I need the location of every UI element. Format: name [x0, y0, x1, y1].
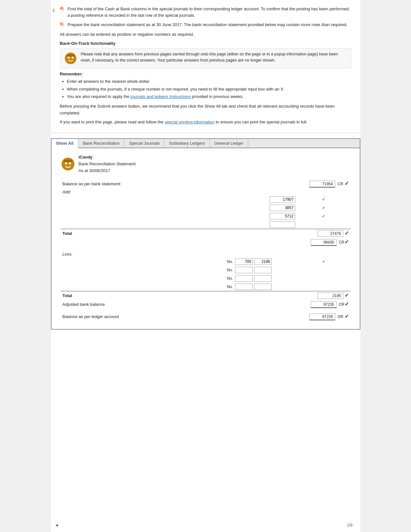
print-text: If you want to print this page, please r…	[60, 119, 351, 126]
bot-icon	[64, 51, 78, 65]
less-row-3-no-label: No.	[227, 276, 234, 281]
add-row-2: ✓	[61, 204, 351, 212]
tab-bank-reconciliation[interactable]: Bank Reconciliation	[78, 139, 124, 148]
tabs-bar: Show All Bank Reconciliation Special Jou…	[52, 139, 360, 148]
less-row-1-no-label: No.	[227, 259, 234, 264]
page-number: 2/9	[347, 523, 353, 527]
add-total-label: Total	[61, 229, 226, 238]
step4-number: 4)	[60, 6, 66, 18]
step5-number: 5)	[60, 22, 66, 28]
less-row-3-check	[297, 274, 351, 283]
add-row-2-input[interactable]	[226, 204, 297, 212]
balance-value-cell: 71954 CR ✓	[297, 179, 351, 189]
adj-balance-value: 97235	[311, 301, 337, 308]
tab-general-ledger[interactable]: General Ledger	[210, 139, 248, 148]
add-row-4-amount[interactable]	[269, 221, 295, 228]
less-total-label: Total	[61, 291, 226, 300]
add-row-3-check: ✓	[297, 212, 351, 220]
step5-text: Prepare the bank reconciliation statemen…	[68, 22, 347, 28]
add-row-4	[61, 220, 351, 229]
adj-balance-value-cell: 97235 CR✓	[297, 300, 351, 309]
svg-point-5	[65, 162, 67, 165]
remember-label: Remember:	[60, 72, 351, 76]
add-total-check: ✓	[345, 230, 349, 236]
less-total-row: Total 2195 ✓	[61, 291, 351, 300]
less-row-2-no-input[interactable]	[235, 267, 253, 273]
svg-point-2	[72, 57, 73, 59]
ledger-balance-dr: DR	[338, 314, 343, 319]
svg-point-0	[65, 53, 76, 64]
less-total-check: ✓	[345, 293, 349, 298]
less-row-1-check: ✓	[297, 257, 351, 266]
tab-special-journals[interactable]: Special Journals	[124, 139, 164, 148]
add-row-2-label	[68, 205, 126, 210]
less-row-2-check	[297, 266, 351, 274]
subtotal-value-cell: 99430 CR✓	[297, 238, 351, 247]
add-row-3-input[interactable]	[226, 212, 297, 220]
step4-text: Post the total of the Cash at Bank colum…	[68, 6, 351, 18]
bullet-item-1: Enter all answers to the nearest whole d…	[67, 78, 351, 85]
bullet-item-2: When completing the journals, if a chequ…	[67, 86, 351, 92]
bullet-item-3: You are also required to apply the journ…	[67, 93, 351, 100]
add-row-1-check: ✓	[297, 195, 351, 204]
add-total-row: Total 27476 ✓	[61, 229, 351, 238]
svg-rect-3	[67, 54, 74, 56]
less-row-2: No.	[61, 266, 351, 274]
all-answers-text: All answers can be entered as positive o…	[60, 31, 351, 38]
less-row-4-no-input[interactable]	[235, 284, 253, 290]
add-total-input	[226, 229, 297, 238]
add-row-4-input[interactable]	[226, 220, 297, 229]
subtotal-value: 99430	[311, 239, 337, 246]
ledger-balance-row: Balance as per ledger account 97235 DR ✓	[61, 312, 351, 321]
subtotal-cr: CR	[339, 240, 344, 245]
journals-link[interactable]: journals and ledgers instructions	[131, 94, 191, 99]
subtotal-check: ✓	[345, 239, 349, 245]
less-row-4-label	[68, 284, 130, 289]
statement-title: Bank Reconciliation Statement	[79, 161, 136, 168]
subtotal-input	[226, 238, 297, 247]
less-row-4: No.	[61, 283, 351, 291]
left-nav-top: £	[53, 8, 55, 13]
company-info: iCandy Bank Reconciliation Statement As …	[79, 154, 136, 174]
company-logo	[61, 157, 75, 171]
less-row-4-check	[297, 283, 351, 291]
ledger-balance-label: Balance as per ledger account	[61, 312, 226, 321]
tab-show-all[interactable]: Show All	[52, 139, 78, 148]
ledger-balance-check: ✓	[345, 314, 349, 319]
less-row-4-amount[interactable]	[254, 284, 272, 290]
less-total-value-cell: 2195 ✓	[297, 291, 351, 300]
print-link[interactable]: special printing information	[165, 120, 215, 124]
add-row-1-amount[interactable]	[269, 196, 295, 203]
svg-point-1	[68, 57, 70, 59]
add-row-1-label	[68, 197, 133, 202]
balance-input-cell	[226, 179, 297, 189]
balance-check: ✓	[345, 181, 349, 186]
as-at: As at 30/06/2017	[79, 168, 136, 174]
add-row-4-label	[68, 222, 133, 227]
add-total-value: 27476	[318, 230, 343, 237]
less-row-3-label	[68, 276, 130, 281]
add-total-value-cell: 27476 ✓	[297, 229, 351, 238]
less-row-1-amount[interactable]	[254, 258, 272, 265]
add-row-3-amount[interactable]	[269, 213, 295, 219]
less-label: Less:	[61, 251, 226, 257]
recon-table: Balance as per bank statement: 71954 CR …	[61, 179, 351, 321]
add-row-3-label	[68, 214, 123, 218]
less-row-3-amount[interactable]	[254, 275, 272, 282]
less-total-value: 2195	[318, 293, 343, 299]
add-row-2-amount[interactable]	[269, 205, 295, 211]
balance-label: Balance as per bank statement:	[61, 179, 226, 189]
ledger-balance-value: 97235	[309, 314, 335, 320]
adj-balance-check: ✓	[345, 301, 349, 307]
left-nav-bottom: ◄	[55, 523, 59, 527]
tab-subsidiary-ledgers[interactable]: Subsidiary Ledgers	[164, 139, 210, 148]
less-row-2-no-label: No.	[227, 268, 234, 272]
svg-point-6	[69, 162, 71, 165]
less-row-2-amount[interactable]	[254, 267, 272, 273]
less-row-1-no-input[interactable]	[235, 258, 253, 265]
add-row-1-input[interactable]	[226, 195, 297, 204]
ledger-balance-value-cell: 97235 DR ✓	[297, 312, 351, 321]
add-row-3: ✓	[61, 212, 351, 220]
less-row-3-no-input[interactable]	[235, 275, 253, 282]
adj-balance-row: Adjusted bank balance 97235 CR✓	[61, 300, 351, 309]
